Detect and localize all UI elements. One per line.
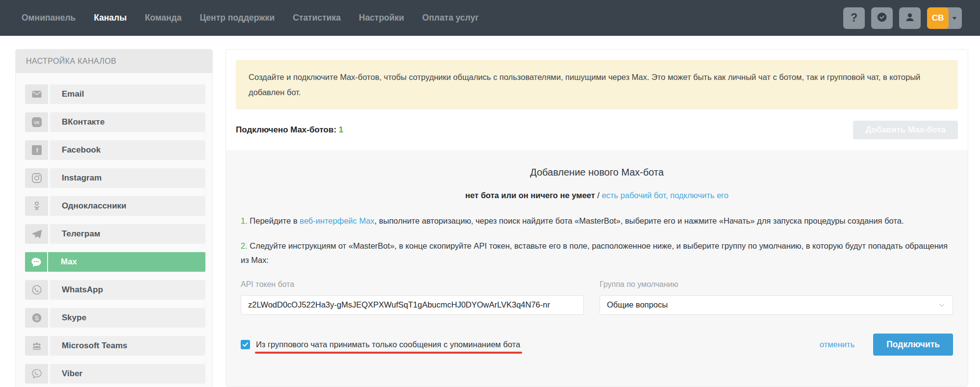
connected-row: Подключено Max-ботов: 1 Добавить Max-бот… xyxy=(236,121,958,139)
connect-button[interactable]: Подключить xyxy=(873,334,953,356)
sidebar-item-label: Max xyxy=(49,252,205,272)
add-bot-form-section: Добавление нового Max-бота нет бота или … xyxy=(226,150,968,387)
step-1-text-before: Перейдите в xyxy=(248,216,300,225)
sidebar-body: Email VK ВКонтакте f Facebook Instagram xyxy=(16,73,212,387)
mode-separator: / xyxy=(595,191,602,200)
form-fields-row: API токен бота Группа по умолчанию Общие… xyxy=(241,280,953,315)
default-group-field-group: Группа по умолчанию Общие вопросы xyxy=(600,280,953,315)
chevron-down-icon xyxy=(949,13,960,24)
step-1-text-after: , выполните авторизацию, через поиск най… xyxy=(375,216,904,225)
sidebar-item-email[interactable]: Email xyxy=(25,84,205,104)
sidebar-item-label: Instagram xyxy=(50,168,205,188)
svg-text:f: f xyxy=(36,147,38,154)
whatsapp-icon xyxy=(25,280,48,300)
top-nav-right: ? CB xyxy=(843,7,962,29)
skype-icon: S xyxy=(25,308,48,328)
odnoklassniki-icon xyxy=(25,196,48,216)
badge-check-icon xyxy=(876,11,888,26)
cancel-link[interactable]: отменить xyxy=(820,340,854,349)
connected-bots-text: Подключено Max-ботов: xyxy=(236,125,339,134)
sidebar-item-label: Skype xyxy=(50,308,205,328)
help-button[interactable]: ? xyxy=(843,7,865,29)
sidebar-item-odnoklassniki[interactable]: Одноклассники xyxy=(25,196,205,216)
svg-text:S: S xyxy=(34,315,38,322)
telegram-icon xyxy=(25,224,48,244)
sidebar-item-label: WhatsApp xyxy=(50,280,205,300)
group-chat-mentions-checkbox-row[interactable]: Из группового чата принимать только сооб… xyxy=(241,340,520,349)
avatar: CB xyxy=(927,7,949,29)
connected-bots-label: Подключено Max-ботов: 1 xyxy=(236,125,343,135)
nav-item-channels[interactable]: Каналы xyxy=(94,13,126,23)
checkbox-checked-icon[interactable] xyxy=(241,340,250,349)
nav-item-settings[interactable]: Настройки xyxy=(359,13,404,23)
verification-button[interactable] xyxy=(871,7,893,29)
form-title: Добавление нового Max-бота xyxy=(241,167,953,178)
chevron-down-icon xyxy=(938,301,946,309)
red-underline-annotation xyxy=(255,352,522,354)
top-nav: Омнипанель Каналы Команда Центр поддержк… xyxy=(0,0,980,36)
max-channel-panel: Создайте и подключите Max-ботов, чтобы с… xyxy=(226,49,968,387)
api-token-input[interactable] xyxy=(241,295,584,315)
default-group-select[interactable]: Общие вопросы xyxy=(600,295,953,315)
svg-text:VK: VK xyxy=(34,120,40,125)
default-group-selected-value: Общие вопросы xyxy=(607,300,668,310)
sidebar-item-label: ВКонтакте xyxy=(50,112,205,132)
add-max-bot-button[interactable]: Добавить Max-бота xyxy=(853,121,958,139)
form-footer-row: Из группового чата принимать только сооб… xyxy=(241,334,953,356)
sidebar-item-max[interactable]: Max xyxy=(25,252,205,272)
profile-button[interactable] xyxy=(899,7,921,29)
sidebar-item-skype[interactable]: S Skype xyxy=(25,308,205,328)
max-icon xyxy=(25,252,48,272)
email-icon xyxy=(25,84,48,104)
vk-icon: VK xyxy=(25,112,48,132)
sidebar-item-label: Microsoft Teams xyxy=(50,336,205,356)
account-menu-button[interactable]: CB xyxy=(927,7,962,29)
nav-item-billing[interactable]: Оплата услуг xyxy=(422,13,478,23)
form-actions: отменить Подключить xyxy=(820,334,953,356)
api-token-label: API токен бота xyxy=(241,280,584,289)
checkbox-label-wrap: Из группового чата принимать только сооб… xyxy=(256,340,520,349)
question-icon: ? xyxy=(851,11,857,25)
sidebar-item-label: Телеграм xyxy=(50,224,205,244)
sidebar-item-label: Facebook xyxy=(50,140,205,160)
channels-sidebar: НАСТРОЙКА КАНАЛОВ Email VK ВКонтакте f F… xyxy=(15,49,213,387)
viber-icon xyxy=(25,364,48,384)
sidebar-item-vkontakte[interactable]: VK ВКонтакте xyxy=(25,112,205,132)
checkbox-label: Из группового чата принимать только сооб… xyxy=(256,340,520,349)
api-token-field-group: API токен бота xyxy=(241,280,584,315)
step-2-instruction: 2. Следуйте инструкциям от «MasterBot», … xyxy=(241,239,953,267)
sidebar-item-label: Одноклассники xyxy=(50,196,205,216)
connected-bots-count: 1 xyxy=(339,125,343,134)
teams-icon xyxy=(25,336,48,356)
default-group-label: Группа по умолчанию xyxy=(600,280,953,289)
step-1-number: 1. xyxy=(241,216,248,225)
sidebar-item-label: Viber xyxy=(50,364,205,384)
sidebar-item-microsoft-teams[interactable]: Microsoft Teams xyxy=(25,336,205,356)
sidebar-item-instagram[interactable]: Instagram xyxy=(25,168,205,188)
mode-existing-bot-link[interactable]: есть рабочий бот, подключить его xyxy=(602,191,729,200)
sidebar-header: НАСТРОЙКА КАНАЛОВ xyxy=(16,50,212,73)
sidebar-item-facebook[interactable]: f Facebook xyxy=(25,140,205,160)
sidebar-item-viber[interactable]: Viber xyxy=(25,364,205,384)
info-banner: Создайте и подключите Max-ботов, чтобы с… xyxy=(236,60,958,109)
person-icon xyxy=(904,11,916,26)
nav-item-statistics[interactable]: Статистика xyxy=(293,13,341,23)
facebook-icon: f xyxy=(25,140,48,160)
content-area: НАСТРОЙКА КАНАЛОВ Email VK ВКонтакте f F… xyxy=(0,36,980,387)
nav-item-team[interactable]: Команда xyxy=(145,13,181,23)
step-1-instruction: 1. Перейдите в веб-интерфейс Max, выполн… xyxy=(241,214,953,228)
sidebar-item-telegram[interactable]: Телеграм xyxy=(25,224,205,244)
bot-mode-switcher: нет бота или он ничего не умеет / есть р… xyxy=(241,191,953,200)
sidebar-item-whatsapp[interactable]: WhatsApp xyxy=(25,280,205,300)
nav-item-support-center[interactable]: Центр поддержки xyxy=(200,13,275,23)
step-2-number: 2. xyxy=(241,241,248,250)
top-nav-items: Омнипанель Каналы Команда Центр поддержк… xyxy=(22,13,478,23)
nav-item-omnipanel[interactable]: Омнипанель xyxy=(22,13,75,23)
mode-new-bot-label: нет бота или он ничего не умеет xyxy=(465,191,595,200)
step-2-text: Следуйте инструкциям от «MasterBot», в к… xyxy=(241,241,948,264)
sidebar-item-label: Email xyxy=(50,84,205,104)
instagram-icon xyxy=(25,168,48,188)
max-web-interface-link[interactable]: веб-интерфейс Max xyxy=(300,216,375,225)
